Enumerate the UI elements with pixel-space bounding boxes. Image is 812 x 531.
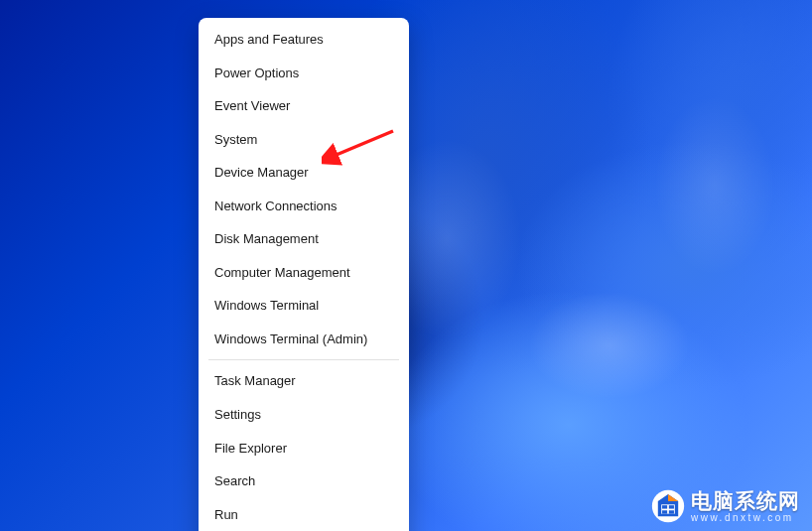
svg-rect-7 xyxy=(669,510,674,513)
menu-item-label: Run xyxy=(214,506,238,524)
svg-rect-5 xyxy=(669,505,674,508)
menu-item-device-manager[interactable]: Device Manager xyxy=(199,156,409,190)
menu-item-search[interactable]: Search xyxy=(199,465,409,498)
menu-item-label: Disk Management xyxy=(214,230,319,248)
menu-item-network-connections[interactable]: Network Connections xyxy=(199,190,409,223)
menu-item-event-viewer[interactable]: Event Viewer xyxy=(199,89,409,123)
menu-item-disk-management[interactable]: Disk Management xyxy=(199,222,409,256)
watermark-logo-icon xyxy=(651,489,685,523)
menu-item-windows-terminal-admin[interactable]: Windows Terminal (Admin) xyxy=(199,323,409,356)
menu-separator xyxy=(208,359,399,360)
menu-item-label: Event Viewer xyxy=(214,97,290,115)
svg-rect-6 xyxy=(662,510,667,513)
menu-item-label: System xyxy=(214,131,257,149)
menu-item-computer-management[interactable]: Computer Management xyxy=(199,256,409,290)
menu-item-system[interactable]: System xyxy=(199,123,409,157)
menu-item-label: Power Options xyxy=(214,65,299,82)
menu-item-label: Device Manager xyxy=(214,164,309,182)
menu-item-label: Windows Terminal (Admin) xyxy=(214,331,367,348)
menu-item-label: Network Connections xyxy=(214,198,338,215)
menu-item-windows-terminal[interactable]: Windows Terminal xyxy=(199,289,409,323)
watermark-title: 电脑系统网 xyxy=(691,490,800,511)
svg-rect-4 xyxy=(662,505,667,508)
menu-item-settings[interactable]: Settings xyxy=(199,398,409,432)
menu-item-label: Task Manager xyxy=(214,372,296,390)
menu-item-run[interactable]: Run xyxy=(199,498,409,531)
menu-item-apps-features[interactable]: Apps and Features xyxy=(199,23,409,57)
menu-item-label: Computer Management xyxy=(214,264,350,282)
menu-item-file-explorer[interactable]: File Explorer xyxy=(199,432,409,465)
winx-context-menu: Apps and FeaturesPower OptionsEvent View… xyxy=(199,18,409,531)
menu-item-label: Settings xyxy=(214,406,261,424)
menu-item-task-manager[interactable]: Task Manager xyxy=(199,364,409,398)
menu-item-label: File Explorer xyxy=(214,440,287,458)
watermark-url: www.dnxtw.com xyxy=(691,513,800,523)
menu-item-label: Apps and Features xyxy=(214,31,324,49)
menu-item-label: Search xyxy=(214,472,255,490)
menu-item-power-options[interactable]: Power Options xyxy=(199,57,409,90)
watermark: 电脑系统网 www.dnxtw.com xyxy=(651,489,800,523)
menu-item-label: Windows Terminal xyxy=(214,297,319,315)
